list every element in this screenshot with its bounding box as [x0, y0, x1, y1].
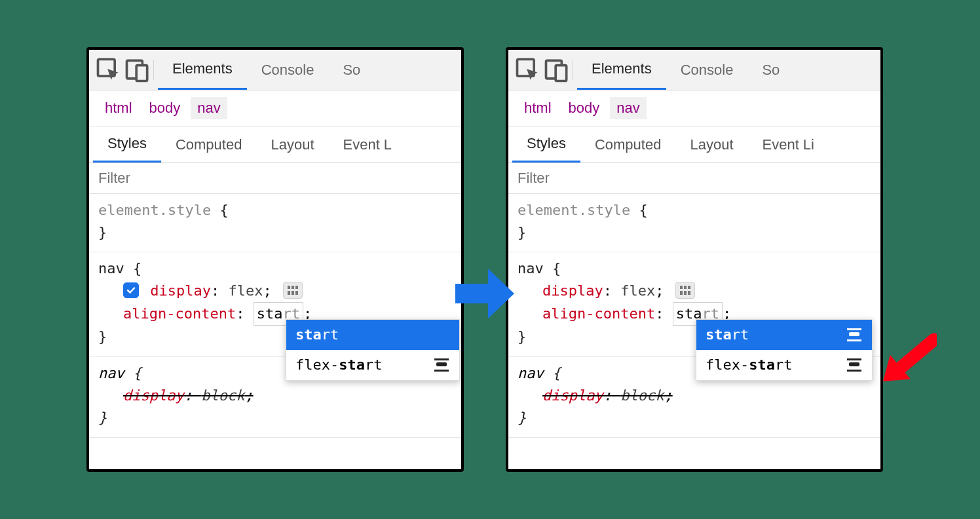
crumb-nav[interactable]: nav — [191, 97, 227, 119]
devtools-panel-before: Elements Console So html body nav Styles… — [86, 47, 464, 472]
callout-arrow-icon — [878, 332, 937, 391]
nav-rule[interactable]: nav { display: flex; align-content: star… — [508, 252, 880, 356]
devtools-panel-after: Elements Console So html body nav Styles… — [506, 47, 883, 472]
svg-rect-4 — [292, 286, 294, 289]
inspect-icon[interactable] — [94, 56, 123, 85]
flex-editor-icon[interactable] — [675, 282, 695, 299]
align-flex-start-icon — [433, 356, 450, 374]
breadcrumb: html body nav — [89, 90, 461, 126]
svg-rect-18 — [680, 291, 683, 295]
selector-text: element.style — [518, 202, 630, 218]
selector-text: nav — [98, 260, 124, 277]
crumb-body[interactable]: body — [143, 97, 187, 119]
autocomplete-item-start[interactable]: start — [286, 320, 459, 350]
autocomplete-item-start[interactable]: start — [696, 320, 872, 350]
tab-computed[interactable]: Computed — [161, 126, 257, 163]
separator — [573, 60, 573, 80]
tab-styles[interactable]: Styles — [93, 126, 161, 163]
svg-rect-7 — [292, 291, 294, 295]
align-flex-start-icon — [846, 356, 863, 374]
svg-rect-8 — [295, 291, 298, 295]
svg-rect-5 — [295, 286, 298, 289]
svg-rect-6 — [288, 291, 290, 295]
property-checkbox[interactable] — [123, 282, 139, 298]
svg-rect-23 — [847, 339, 861, 341]
svg-rect-22 — [849, 332, 859, 336]
device-toggle-icon[interactable] — [542, 56, 571, 85]
nav-rule[interactable]: nav { display: flex; align-content: star… — [89, 252, 461, 356]
svg-rect-16 — [684, 286, 687, 289]
filter-input[interactable] — [518, 170, 871, 187]
tab-elements[interactable]: Elements — [577, 50, 666, 90]
tab-layout[interactable]: Layout — [675, 126, 747, 163]
inspect-icon[interactable] — [514, 56, 542, 85]
svg-rect-9 — [434, 358, 449, 360]
selector-text: nav — [518, 260, 544, 277]
breadcrumb: html body nav — [508, 90, 880, 126]
element-style-rule[interactable]: element.style { } — [508, 194, 880, 252]
tab-styles[interactable]: Styles — [512, 126, 580, 163]
tab-computed[interactable]: Computed — [580, 126, 676, 163]
styles-tabs: Styles Computed Layout Event L — [89, 126, 461, 163]
device-toggle-icon[interactable] — [123, 56, 152, 85]
element-style-rule[interactable]: element.style { } — [89, 194, 461, 252]
filter-input[interactable] — [98, 170, 452, 187]
crumb-nav[interactable]: nav — [610, 97, 646, 119]
autocomplete-dropdown: start flex-start — [286, 319, 460, 381]
tab-console[interactable]: Console — [666, 50, 748, 90]
flex-editor-icon[interactable] — [283, 282, 303, 299]
transition-arrow-icon — [452, 261, 518, 326]
tab-elements[interactable]: Elements — [158, 50, 247, 90]
filter-row — [508, 163, 880, 194]
tab-console[interactable]: Console — [247, 50, 329, 90]
toolbar: Elements Console So — [89, 50, 461, 90]
tab-event-listeners[interactable]: Event Li — [748, 126, 829, 163]
svg-rect-3 — [288, 286, 290, 289]
tab-sources[interactable]: So — [747, 50, 794, 90]
tab-event-listeners[interactable]: Event L — [329, 126, 407, 163]
selector-text: element.style — [98, 202, 211, 218]
autocomplete-item-flex-start[interactable]: flex-start — [696, 350, 872, 380]
styles-tabs: Styles Computed Layout Event Li — [508, 126, 880, 163]
svg-rect-10 — [436, 362, 447, 366]
crumb-html[interactable]: html — [518, 97, 558, 119]
svg-rect-15 — [680, 286, 683, 289]
svg-rect-24 — [847, 358, 861, 360]
svg-rect-25 — [849, 362, 859, 366]
tab-layout[interactable]: Layout — [256, 126, 328, 163]
svg-rect-11 — [434, 370, 449, 372]
crumb-body[interactable]: body — [562, 97, 607, 119]
svg-rect-20 — [688, 291, 690, 295]
svg-rect-21 — [847, 328, 861, 330]
svg-rect-14 — [556, 65, 567, 81]
crumb-html[interactable]: html — [98, 97, 139, 119]
filter-row — [89, 163, 461, 194]
align-start-icon — [846, 326, 863, 343]
svg-rect-26 — [847, 370, 861, 372]
autocomplete-dropdown: start flex-start — [696, 319, 873, 381]
tab-sources[interactable]: So — [328, 50, 375, 90]
autocomplete-item-flex-start[interactable]: flex-start — [286, 350, 459, 380]
svg-rect-17 — [688, 286, 690, 289]
separator — [153, 60, 154, 80]
svg-rect-2 — [136, 65, 147, 81]
toolbar: Elements Console So — [508, 50, 880, 90]
svg-rect-19 — [684, 291, 687, 295]
